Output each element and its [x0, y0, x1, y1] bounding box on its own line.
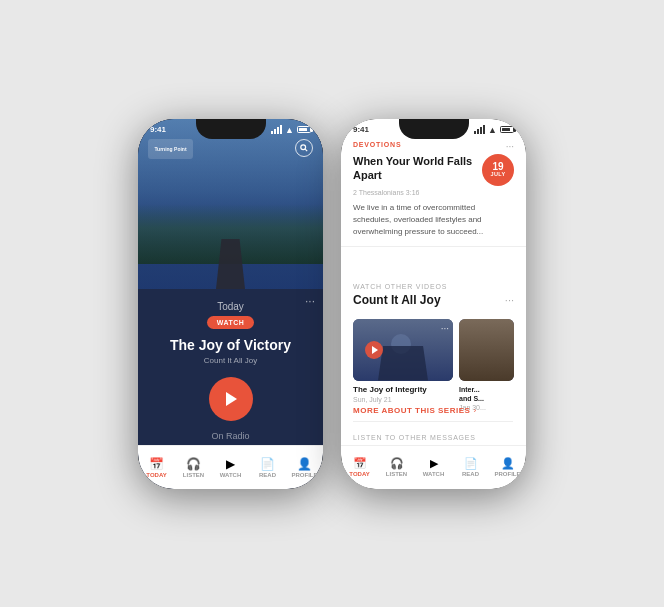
- on-radio-label: On Radio: [211, 431, 249, 441]
- phone-1-screen: 9:41 ▲ Turning Point: [138, 119, 323, 489]
- wifi-icon: ▲: [285, 125, 294, 135]
- devotion-excerpt: We live in a time of overcommitted sched…: [353, 202, 514, 238]
- read-icon-2: 📄: [464, 457, 478, 470]
- phones-container: 9:41 ▲ Turning Point: [118, 99, 546, 509]
- devotion-title-row: When Your World Falls Apart 19 JULY: [353, 154, 514, 186]
- nav-watch-1[interactable]: ▶ WATCH: [212, 457, 249, 478]
- nav-watch-2[interactable]: ▶ WATCH: [415, 457, 452, 477]
- nav-profile-2[interactable]: 👤 PROFILE: [489, 457, 526, 477]
- nav-listen-label-2: LISTEN: [386, 471, 407, 477]
- nav-watch-label-2: WATCH: [423, 471, 445, 477]
- hero-image: Turning Point: [138, 119, 323, 294]
- watch-other-label: WATCH OTHER VIDEOS: [353, 283, 514, 290]
- video-play-button-1[interactable]: [365, 341, 383, 359]
- play-triangle-icon: [226, 392, 237, 406]
- video-options-1[interactable]: ···: [441, 323, 449, 334]
- content-area-1: Today WATCH The Joy of Victory Count It …: [138, 289, 323, 445]
- status-bar-2: 9:41 ▲: [341, 119, 526, 137]
- date-badge: 19 JULY: [482, 154, 514, 186]
- video-card-2[interactable]: Inter...and S... Jan 30...: [459, 319, 514, 411]
- watch-other-title: Count It All Joy: [353, 293, 441, 307]
- signal-icon: [271, 125, 282, 134]
- bottom-nav-2: 📅 TODAY 🎧 LISTEN ▶ WATCH 📄 READ 👤: [341, 445, 526, 489]
- watch-more-dots[interactable]: ···: [505, 294, 514, 306]
- nav-watch-label-1: WATCH: [220, 472, 242, 478]
- more-options-hero[interactable]: ···: [305, 294, 315, 308]
- nav-today-2[interactable]: 📅 TODAY: [341, 457, 378, 477]
- svg-point-0: [301, 144, 306, 149]
- nav-profile-label-2: PROFILE: [494, 471, 520, 477]
- svg-line-1: [305, 149, 307, 151]
- time-1: 9:41: [150, 125, 166, 134]
- phone-1: 9:41 ▲ Turning Point: [138, 119, 323, 489]
- divider-2: [353, 421, 513, 422]
- play-button-large[interactable]: [209, 377, 253, 421]
- devotions-tag: DEVOTIONS: [353, 141, 401, 148]
- nav-today-label-2: TODAY: [349, 471, 369, 477]
- nav-profile-1[interactable]: 👤 PROFILE: [286, 457, 323, 478]
- more-series-arrow: ›: [473, 406, 476, 415]
- nav-listen-label-1: LISTEN: [183, 472, 204, 478]
- listen-other-section: LISTEN TO OTHER MESSAGES: [353, 421, 513, 445]
- video-thumb-1: ···: [353, 319, 453, 381]
- wifi-icon-2: ▲: [488, 125, 497, 135]
- search-icon[interactable]: [295, 139, 313, 157]
- play-tri-icon-1: [372, 346, 378, 354]
- more-series-link[interactable]: MORE ABOUT THIS SERIES ›: [353, 406, 476, 415]
- nav-listen-2[interactable]: 🎧 LISTEN: [378, 457, 415, 477]
- bottom-nav-1: 📅 TODAY 🎧 LISTEN ▶ WATCH 📄 READ 👤: [138, 445, 323, 489]
- section-title-row: Count It All Joy ···: [353, 293, 514, 307]
- status-icons-1: ▲: [271, 125, 311, 135]
- nav-listen-1[interactable]: 🎧 LISTEN: [175, 457, 212, 478]
- listen-icon-2: 🎧: [390, 457, 404, 470]
- video-date-1: Sun, July 21: [353, 396, 453, 403]
- signal-icon-2: [474, 125, 485, 134]
- devotion-more-dots[interactable]: ···: [506, 141, 514, 152]
- devotion-title: When Your World Falls Apart: [353, 154, 474, 183]
- watch-icon-2: ▶: [430, 457, 438, 470]
- more-series-text: MORE ABOUT THIS SERIES: [353, 406, 470, 415]
- nav-read-1[interactable]: 📄 READ: [249, 457, 286, 478]
- video-bg-2: [459, 319, 514, 381]
- nav-today-1[interactable]: 📅 TODAY: [138, 457, 175, 478]
- battery-icon-2: [500, 126, 514, 133]
- date-month: JULY: [491, 172, 506, 178]
- devotion-ref: 2 Thessalonians 3:16: [353, 189, 514, 196]
- series-name-1: Count It All Joy: [204, 356, 257, 365]
- today-icon: 📅: [149, 457, 164, 471]
- phone-2-screen: 9:41 ▲ DEVOTIONS ··· When Your World Fal…: [341, 119, 526, 489]
- sermon-title: The Joy of Victory: [170, 337, 291, 354]
- nav-today-label-1: TODAY: [146, 472, 166, 478]
- listen-icon: 🎧: [186, 457, 201, 471]
- battery-icon: [297, 126, 311, 133]
- status-icons-2: ▲: [474, 125, 514, 135]
- profile-icon-2: 👤: [501, 457, 515, 470]
- devotion-section: DEVOTIONS ··· When Your World Falls Apar…: [341, 119, 526, 247]
- nav-read-label-2: READ: [462, 471, 479, 477]
- status-bar-1: 9:41 ▲: [138, 119, 323, 137]
- video-title-2: Inter...and S...: [459, 385, 514, 403]
- logo-area: Turning Point: [148, 139, 193, 159]
- watch-icon: ▶: [226, 457, 235, 471]
- video-thumb-2: [459, 319, 514, 381]
- logo-text: Turning Point: [154, 146, 186, 152]
- video-card-1[interactable]: ··· The Joy of Integrity Sun, July 21: [353, 319, 453, 411]
- profile-icon-1: 👤: [297, 457, 312, 471]
- watch-badge[interactable]: WATCH: [207, 316, 255, 329]
- today-icon-2: 📅: [353, 457, 367, 470]
- today-label: Today: [217, 301, 244, 312]
- watch-other-section: WATCH OTHER VIDEOS Count It All Joy ···: [341, 277, 526, 313]
- videos-scroll: ··· The Joy of Integrity Sun, July 21 In…: [341, 319, 526, 411]
- time-2: 9:41: [353, 125, 369, 134]
- nav-read-2[interactable]: 📄 READ: [452, 457, 489, 477]
- listen-other-label: LISTEN TO OTHER MESSAGES: [353, 434, 476, 441]
- video-title-1: The Joy of Integrity: [353, 385, 453, 395]
- nav-read-label-1: READ: [259, 472, 276, 478]
- read-icon: 📄: [260, 457, 275, 471]
- divider-1: [341, 246, 526, 247]
- phone-2: 9:41 ▲ DEVOTIONS ··· When Your World Fal…: [341, 119, 526, 489]
- nav-profile-label-1: PROFILE: [291, 472, 317, 478]
